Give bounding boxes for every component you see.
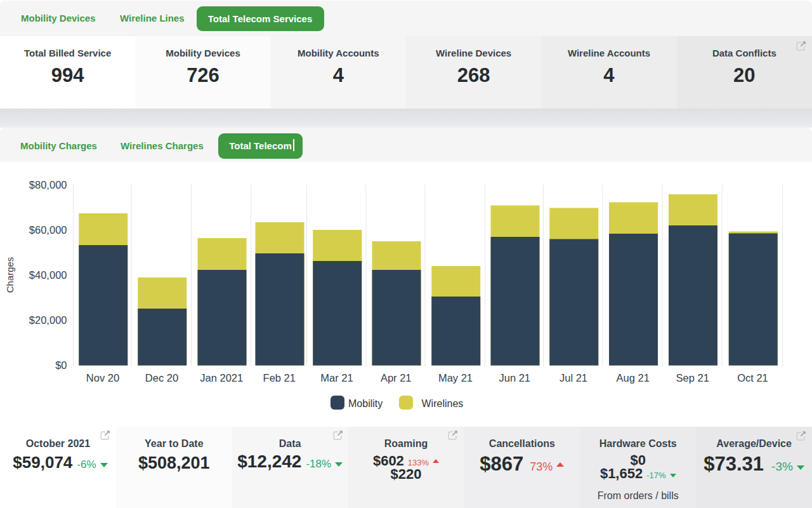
svg-text:Jan 2021: Jan 2021 [200,372,243,384]
svg-text:Oct 21: Oct 21 [737,372,768,384]
svg-text:Wirelines: Wirelines [422,398,464,409]
svg-text:$20,000: $20,000 [29,314,67,326]
svg-text:Nov 20: Nov 20 [86,372,119,384]
svg-text:May 21: May 21 [438,372,473,384]
svg-text:Sep 21: Sep 21 [676,372,709,384]
svg-text:Mobility: Mobility [348,398,383,409]
svg-text:Apr 21: Apr 21 [381,372,412,384]
svg-text:Feb 21: Feb 21 [263,372,296,384]
svg-text:$80,000: $80,000 [29,179,67,190]
svg-text:$60,000: $60,000 [29,224,67,236]
svg-text:$0: $0 [55,359,67,371]
svg-text:$40,000: $40,000 [29,269,67,281]
svg-text:Charges: Charges [4,257,15,293]
svg-text:Dec 20: Dec 20 [145,372,178,384]
svg-text:Jun 21: Jun 21 [499,372,530,384]
svg-text:Aug 21: Aug 21 [617,372,650,384]
svg-text:Jul 21: Jul 21 [560,372,587,384]
svg-text:Mar 21: Mar 21 [320,372,353,384]
